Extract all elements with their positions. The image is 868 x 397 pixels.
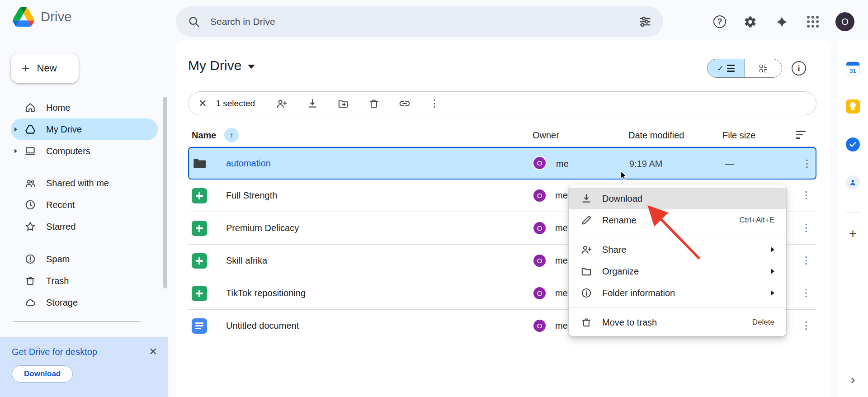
file-name: automation — [226, 148, 271, 179]
sidebar-scrollbar[interactable] — [163, 97, 167, 288]
settings-button[interactable] — [742, 14, 758, 29]
page-title: My Drive — [188, 58, 241, 73]
sidebar-item-label: Storage — [46, 298, 78, 308]
menu-item-label: Rename — [602, 215, 637, 226]
tune-filter-icon[interactable] — [639, 15, 651, 28]
sidebar-item-label: Computers — [46, 146, 90, 156]
details-info-button[interactable]: i — [792, 61, 806, 76]
drive-logo[interactable]: Drive — [13, 7, 72, 27]
column-owner[interactable]: Owner — [533, 130, 559, 141]
help-button[interactable]: ? — [712, 14, 727, 29]
menu-item-share[interactable]: Share — [569, 239, 786, 260]
folder-organize-icon — [580, 265, 592, 277]
owner-avatar: O — [533, 254, 547, 268]
column-name[interactable]: Name — [192, 130, 216, 141]
drive-desktop-banner: Get Drive for desktop ✕ Download — [0, 337, 168, 397]
account-avatar[interactable]: O — [835, 12, 854, 31]
view-toggle: ✓ — [707, 59, 782, 78]
cloud-storage-icon — [24, 297, 36, 308]
sidebar-item-computers[interactable]: Computers — [11, 140, 158, 162]
home-icon — [24, 102, 36, 113]
list-view-button[interactable]: ✓ — [708, 59, 745, 77]
file-name: Full Strength — [226, 180, 277, 211]
collapse-panel-chevron-icon[interactable]: › — [838, 372, 868, 387]
submenu-arrow-icon — [771, 269, 774, 274]
add-panel-app-button[interactable]: + — [838, 226, 868, 241]
expand-caret-icon[interactable] — [14, 127, 17, 132]
menu-shortcut: Ctrl+Alt+E — [740, 216, 774, 225]
sidebar-item-my-drive[interactable]: My Drive — [11, 118, 158, 140]
star-icon — [24, 221, 36, 232]
search-bar[interactable] — [176, 6, 663, 37]
trash-icon — [580, 317, 592, 328]
grid-view-button[interactable] — [745, 59, 782, 77]
apps-grid-button[interactable] — [805, 14, 821, 29]
column-date-modified[interactable]: Date modified — [628, 130, 684, 141]
sheets-file-icon — [192, 221, 207, 236]
row-more-icon[interactable]: ⋮ — [797, 180, 815, 211]
sort-ascending-icon[interactable]: ↑ — [224, 128, 239, 142]
sheets-file-icon — [192, 188, 207, 203]
row-more-icon[interactable]: ⋮ — [797, 212, 815, 244]
sidebar-item-shared-with-me[interactable]: Shared with me — [11, 172, 158, 194]
sidebar-item-label: My Drive — [46, 124, 82, 135]
menu-item-rename[interactable]: Rename Ctrl+Alt+E — [569, 209, 786, 231]
banner-download-button[interactable]: Download — [12, 365, 73, 383]
grid-view-icon — [760, 65, 767, 72]
sidebar-item-spam[interactable]: Spam — [11, 248, 158, 270]
tasks-icon[interactable] — [846, 137, 860, 151]
sheets-file-icon — [192, 286, 207, 301]
shared-people-icon — [24, 177, 36, 189]
banner-close-icon[interactable]: ✕ — [149, 346, 157, 358]
menu-divider — [569, 235, 786, 235]
sidebar-item-trash[interactable]: Trash — [11, 270, 158, 292]
my-drive-icon — [24, 123, 36, 135]
plus-icon: + — [22, 61, 30, 75]
info-circle-icon — [580, 287, 592, 299]
spam-icon — [24, 253, 36, 265]
row-more-icon[interactable]: ⋮ — [797, 245, 815, 276]
column-file-size[interactable]: File size — [722, 130, 755, 141]
list-view-icon — [727, 65, 735, 72]
file-name: Untitled document — [226, 310, 299, 341]
sidebar-nav: Home My Drive Computers Shared with me — [0, 97, 176, 313]
sidebar-item-label: Shared with me — [46, 178, 109, 189]
download-button[interactable] — [307, 98, 318, 109]
my-drive-title-dropdown[interactable]: My Drive — [188, 58, 255, 73]
contacts-icon[interactable] — [846, 175, 860, 189]
row-more-icon[interactable]: ⋮ — [797, 310, 815, 341]
trash-button[interactable] — [368, 98, 380, 109]
gemini-button[interactable] — [774, 14, 789, 29]
row-more-icon[interactable]: ⋮ — [798, 148, 816, 180]
menu-item-label: Share — [602, 245, 626, 255]
file-row-automation[interactable]: automation O me 9:19 AM — ⋮ — [188, 147, 816, 180]
selection-toolbar: ✕ 1 selected ⋮ — [188, 91, 816, 115]
owner-name: me — [555, 310, 568, 341]
more-actions-icon[interactable]: ⋮ — [429, 98, 439, 109]
row-more-icon[interactable]: ⋮ — [797, 277, 815, 309]
search-input[interactable] — [210, 16, 639, 27]
menu-item-folder-information[interactable]: Folder information — [569, 282, 786, 304]
file-name: TikTok repositioning — [226, 277, 306, 309]
owner-name: me — [555, 180, 568, 211]
share-person-add-button[interactable] — [276, 98, 288, 109]
help-icon: ? — [713, 15, 726, 28]
expand-caret-icon[interactable] — [14, 149, 17, 153]
sort-options-icon[interactable] — [796, 131, 807, 139]
menu-item-move-to-trash[interactable]: Move to trash Delete — [569, 312, 786, 333]
keep-icon[interactable] — [846, 99, 860, 113]
copy-link-button[interactable] — [399, 98, 410, 109]
calendar-icon[interactable]: 31 — [846, 61, 860, 76]
menu-item-organize[interactable]: Organize — [569, 260, 786, 282]
sidebar-item-storage[interactable]: Storage — [11, 292, 158, 313]
new-button[interactable]: + New — [11, 53, 79, 83]
sidebar-item-recent[interactable]: Recent — [11, 194, 158, 216]
clear-selection-icon[interactable]: ✕ — [198, 98, 207, 109]
sidebar-item-starred[interactable]: Starred — [11, 216, 158, 237]
owner-avatar: O — [533, 156, 547, 170]
menu-item-download[interactable]: Download — [569, 188, 786, 209]
move-to-folder-button[interactable] — [337, 98, 349, 109]
search-icon — [188, 15, 200, 28]
sidebar-item-home[interactable]: Home — [11, 97, 158, 118]
computers-icon — [24, 145, 36, 157]
